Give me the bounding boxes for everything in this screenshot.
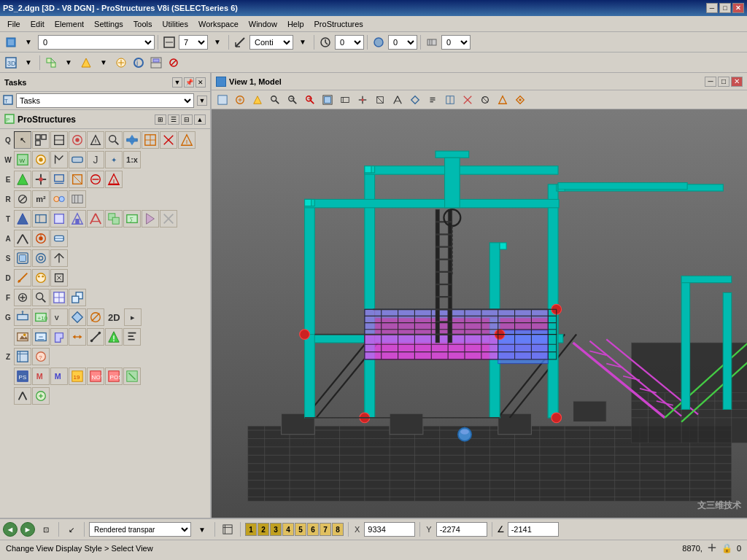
tasks-dropdown-btn[interactable]: ▼: [172, 77, 182, 88]
vptb-btn-4[interactable]: [267, 92, 283, 108]
tb2-icon-2[interactable]: [43, 55, 59, 71]
nav-back-button[interactable]: ◄: [3, 522, 18, 537]
y-coord-input[interactable]: [436, 522, 487, 537]
tool-t-7[interactable]: ∑: [123, 210, 141, 228]
tool-img-6[interactable]: [105, 328, 123, 346]
tool-r-2[interactable]: m²: [32, 190, 50, 208]
ps-view-btn-2[interactable]: ☰: [168, 114, 179, 125]
vptb-btn-6[interactable]: [302, 92, 318, 108]
tool-d-2[interactable]: [32, 269, 50, 287]
tool-f-3[interactable]: [50, 289, 68, 306]
tool-g-1[interactable]: [14, 308, 31, 326]
tool-s-3[interactable]: [50, 249, 68, 267]
tool-ps-7[interactable]: [123, 368, 141, 385]
tool-img-1[interactable]: [14, 328, 31, 346]
tool-ps-4[interactable]: 19: [69, 368, 86, 385]
sb-display-dropdown[interactable]: ▼: [194, 521, 210, 537]
tb2-icon-1[interactable]: 3D: [3, 55, 19, 71]
tool-q-7[interactable]: [123, 131, 141, 149]
tool-f-2[interactable]: [32, 289, 50, 306]
view-num-7[interactable]: 7: [320, 523, 331, 536]
vptb-btn-18[interactable]: [512, 92, 528, 108]
menu-tools[interactable]: Tools: [129, 18, 157, 30]
viewport-minimize-btn[interactable]: ─: [705, 77, 716, 87]
vptb-btn-10[interactable]: [372, 92, 388, 108]
tool-img-3[interactable]: [50, 328, 68, 346]
tool-t-6[interactable]: [105, 210, 123, 228]
tool-ps-5[interactable]: NOTE: [87, 368, 104, 385]
viewport-canvas[interactable]: 文三维技术: [212, 109, 747, 518]
tool-last-2[interactable]: [32, 387, 50, 405]
tool-w-4[interactable]: [69, 151, 86, 168]
tool-cursor[interactable]: ↖: [14, 131, 31, 149]
vptb-btn-15[interactable]: [460, 92, 476, 108]
num-select-2[interactable]: 0: [335, 35, 364, 50]
view-num-2[interactable]: 2: [258, 523, 269, 536]
tool-e-2[interactable]: [32, 171, 50, 188]
num-select-3[interactable]: 0: [388, 35, 417, 50]
tb2-dropdown-2[interactable]: ▼: [61, 55, 77, 71]
tool-f-1[interactable]: [14, 289, 31, 306]
ps-view-btn-3[interactable]: ⊟: [181, 114, 193, 125]
tool-f-4[interactable]: [69, 289, 86, 306]
menu-settings[interactable]: Settings: [90, 18, 128, 30]
vptb-btn-7[interactable]: [320, 92, 336, 108]
tool-r-3[interactable]: [50, 190, 68, 208]
vptb-btn-9[interactable]: [355, 92, 371, 108]
sb-icon-1[interactable]: ⊡: [38, 521, 54, 537]
tasks-pin-btn[interactable]: 📌: [184, 77, 194, 88]
tool-img-2[interactable]: [32, 328, 50, 346]
tool-s-2[interactable]: [32, 249, 50, 267]
tool-w-7[interactable]: 1:x: [123, 151, 141, 168]
tool-z-1[interactable]: [14, 348, 31, 365]
vptb-btn-8[interactable]: [337, 92, 353, 108]
tool-e-3[interactable]: [50, 171, 68, 188]
tool-g-2[interactable]: +100: [32, 308, 50, 326]
tool-q-4[interactable]: [69, 131, 86, 149]
nav-forward-button[interactable]: ►: [20, 522, 35, 537]
tool-q-8[interactable]: [142, 131, 159, 149]
menu-window[interactable]: Window: [244, 18, 282, 30]
tb-dropdown-1[interactable]: ▼: [20, 34, 36, 50]
tool-t-8[interactable]: [142, 210, 159, 228]
tasks-close-btn[interactable]: ✕: [196, 77, 206, 88]
tb-icon-3[interactable]: [232, 34, 248, 50]
sb-camera-btn[interactable]: [220, 521, 236, 537]
menu-file[interactable]: File: [3, 18, 25, 30]
tb-icon-2[interactable]: [161, 34, 177, 50]
vptb-btn-2[interactable]: [232, 92, 248, 108]
tb2-icon-5[interactable]: i: [131, 55, 147, 71]
tb2-icon-3[interactable]: [78, 55, 94, 71]
vptb-btn-11[interactable]: [390, 92, 406, 108]
tasks-select-dropdown[interactable]: ▼: [197, 96, 207, 106]
close-button[interactable]: ✕: [732, 3, 744, 13]
tool-w-6[interactable]: ✦: [105, 151, 123, 168]
tool-q-2[interactable]: [32, 131, 50, 149]
tool-z-2[interactable]: ?: [32, 348, 50, 365]
tb-icon-6[interactable]: [424, 34, 440, 50]
maximize-button[interactable]: □: [719, 3, 731, 13]
tool-d-1[interactable]: [14, 269, 31, 287]
tool-t-4[interactable]: [69, 210, 86, 228]
tool-d-3[interactable]: [50, 269, 68, 287]
menu-element[interactable]: Element: [50, 18, 88, 30]
tool-t-9[interactable]: [160, 210, 177, 228]
tool-w-3[interactable]: [50, 151, 68, 168]
vptb-btn-1[interactable]: [214, 92, 231, 108]
tool-t-1[interactable]: [14, 210, 31, 228]
tool-img-4[interactable]: [69, 328, 86, 346]
tb-icon-1[interactable]: [3, 34, 19, 50]
tool-e-1[interactable]: [14, 171, 31, 188]
tasks-select[interactable]: Tasks: [16, 93, 194, 108]
tool-ps-6[interactable]: POSE: [105, 368, 123, 385]
tool-e-6[interactable]: [105, 171, 123, 188]
tool-e-5[interactable]: [87, 171, 104, 188]
menu-workspace[interactable]: Workspace: [194, 18, 243, 30]
tool-r-4[interactable]: [69, 190, 86, 208]
viewport-close-btn[interactable]: ✕: [731, 77, 743, 87]
tool-t-2[interactable]: [32, 210, 50, 228]
tb2-icon-6[interactable]: [148, 55, 164, 71]
tool-g-4[interactable]: [69, 308, 86, 326]
tool-q-5[interactable]: [87, 131, 104, 149]
z-coord-input[interactable]: [508, 522, 559, 537]
